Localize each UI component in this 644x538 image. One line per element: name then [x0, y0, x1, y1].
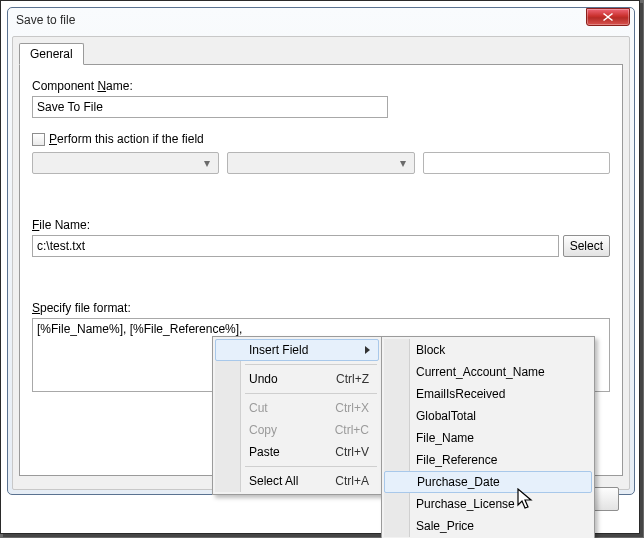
tab-general[interactable]: General — [19, 43, 84, 65]
field-item-file_reference[interactable]: File_Reference — [384, 449, 592, 471]
condition-op-combo[interactable]: ▾ — [227, 152, 414, 174]
field-item-purchase_date[interactable]: Purchase_Date — [384, 471, 592, 493]
chevron-down-icon: ▾ — [199, 156, 215, 170]
menu-insert-field[interactable]: Insert Field — [215, 339, 379, 361]
perform-action-label[interactable]: Perform this action if the field — [49, 132, 204, 146]
menu-separator — [245, 364, 377, 365]
file-format-label: Specify file format: — [32, 301, 610, 315]
menu-cut[interactable]: Cut Ctrl+X — [215, 397, 379, 419]
condition-value-input[interactable] — [423, 152, 610, 174]
menu-select-all[interactable]: Select All Ctrl+A — [215, 470, 379, 492]
field-item-globaltotal[interactable]: GlobalTotal — [384, 405, 592, 427]
chevron-down-icon: ▾ — [395, 156, 411, 170]
close-button[interactable] — [586, 8, 630, 26]
context-menu: Insert Field Undo Ctrl+Z Cut Ctrl+X Copy… — [212, 336, 382, 495]
submenu-arrow-icon — [365, 346, 370, 354]
outer-frame: Save to file General Component Name: — [0, 0, 640, 534]
window-title: Save to file — [16, 13, 586, 27]
insert-field-submenu: BlockCurrent_Account_NameEmailIsReceived… — [381, 336, 595, 538]
file-name-input[interactable] — [32, 235, 559, 257]
field-item-purchase_license[interactable]: Purchase_License — [384, 493, 592, 515]
field-item-emailisreceived[interactable]: EmailIsReceived — [384, 383, 592, 405]
file-name-label: File Name: — [32, 218, 610, 232]
menu-separator — [245, 466, 377, 467]
component-name-label: Component Name: — [32, 79, 610, 93]
close-icon — [603, 13, 613, 21]
condition-field-combo[interactable]: ▾ — [32, 152, 219, 174]
perform-action-row: Perform this action if the field — [32, 132, 610, 146]
menu-copy[interactable]: Copy Ctrl+C — [215, 419, 379, 441]
tabstrip: General — [19, 43, 623, 65]
component-name-input[interactable] — [32, 96, 388, 118]
menu-undo[interactable]: Undo Ctrl+Z — [215, 368, 379, 390]
field-item-current_account_name[interactable]: Current_Account_Name — [384, 361, 592, 383]
field-item-block[interactable]: Block — [384, 339, 592, 361]
menu-separator — [245, 393, 377, 394]
titlebar[interactable]: Save to file — [8, 8, 634, 32]
file-name-row: File Name: Select — [32, 218, 610, 257]
field-item-sale_price[interactable]: Sale_Price — [384, 515, 592, 537]
condition-row: ▾ ▾ — [32, 152, 610, 174]
select-file-button[interactable]: Select — [563, 235, 610, 257]
component-name-row: Component Name: — [32, 79, 610, 118]
field-item-file_name[interactable]: File_Name — [384, 427, 592, 449]
perform-action-checkbox[interactable] — [32, 133, 45, 146]
menu-paste[interactable]: Paste Ctrl+V — [215, 441, 379, 463]
